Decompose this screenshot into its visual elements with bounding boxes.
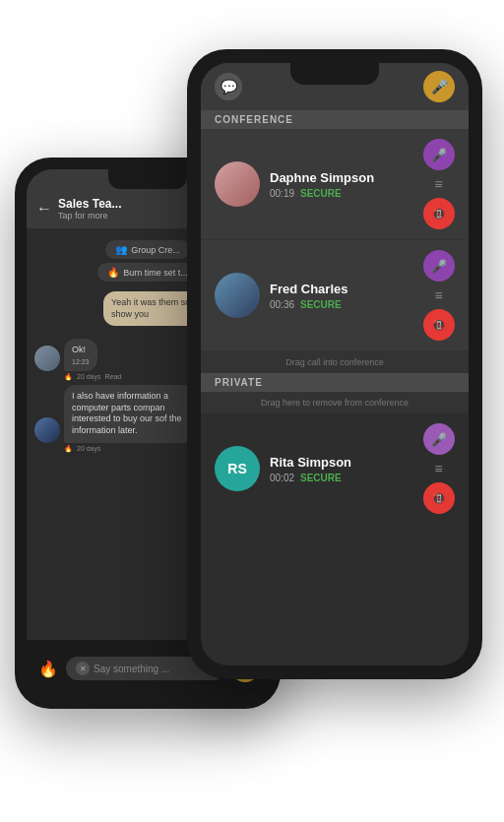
participant-sub-rita: 00:02 SECURE	[270, 473, 413, 483]
timer-rita: 00:02	[270, 473, 294, 483]
days-text-1: 20 days	[77, 373, 101, 381]
participant-name-daphne: Daphne Simpson	[270, 170, 413, 185]
menu-icon-daphne[interactable]: ≡	[434, 176, 443, 192]
participant-info-rita: Rita Simpson 00:02 SECURE	[270, 455, 413, 483]
end-button-daphne[interactable]: 📵	[423, 198, 455, 229]
clear-button[interactable]: ✕	[76, 662, 90, 675]
timer-fred: 00:36	[270, 299, 294, 310]
days-text-2: 20 days	[77, 445, 101, 453]
participant-row-fred: Fred Charles 00:36 SECURE 🎤 ≡ 📵	[201, 240, 469, 351]
participant-name-rita: Rita Simpson	[270, 455, 413, 470]
participant-info-daphne: Daphne Simpson 00:19 SECURE	[270, 170, 413, 199]
menu-icon-fred[interactable]: ≡	[434, 287, 443, 303]
avatar-rita: RS	[215, 446, 260, 491]
conf-notch	[290, 63, 379, 85]
group-pill-text: Group Cre...	[131, 245, 180, 255]
avatar-initials-rita: RS	[227, 461, 246, 476]
secure-daphne: SECURE	[300, 188, 342, 199]
mute-button-fred[interactable]: 🎤	[423, 250, 455, 282]
message-text-1: Ok!	[72, 345, 90, 356]
burn-text: Burn time set t...	[123, 268, 188, 278]
avatar-left1	[34, 346, 60, 371]
mute-button-rita[interactable]: 🎤	[423, 423, 455, 455]
notch	[108, 169, 187, 189]
conference-phone: 💬 🎤 CONFERENCE Daphne Simpson 00:19 SECU…	[187, 49, 482, 679]
end-button-rita[interactable]: 📵	[423, 482, 455, 514]
menu-icon-rita[interactable]: ≡	[434, 461, 443, 476]
participant-row-rita: RS Rita Simpson 00:02 SECURE 🎤 ≡ 📵	[201, 413, 469, 524]
participant-actions-fred: 🎤 ≡ 📵	[423, 250, 455, 341]
secure-fred: SECURE	[300, 299, 342, 310]
fire-icon: 🔥	[107, 267, 119, 278]
group-pill: 👥 Group Cre...	[105, 240, 190, 259]
timer-daphne: 00:19	[270, 188, 294, 199]
fire-icon-meta: 🔥	[64, 373, 73, 381]
participant-sub-daphne: 00:19 SECURE	[270, 188, 413, 199]
message-text-2: I also have information a computer parts…	[72, 391, 204, 437]
message-bubble-left-1: Ok! 12:23	[64, 339, 97, 371]
participant-sub-fred: 00:36 SECURE	[270, 299, 413, 310]
avatar-left2	[34, 417, 60, 443]
conference-screen: 💬 🎤 CONFERENCE Daphne Simpson 00:19 SECU…	[201, 63, 469, 665]
conference-section-label: CONFERENCE	[201, 110, 469, 129]
read-status: Read	[105, 373, 122, 381]
drag-hint-private: Drag here to remove from conference	[201, 392, 469, 413]
group-icon: 👥	[115, 244, 127, 255]
participant-name-fred: Fred Charles	[270, 282, 413, 296]
avatar-fred	[215, 273, 260, 318]
message-time-1: 12:23	[72, 358, 90, 365]
back-button[interactable]: ←	[36, 200, 52, 218]
conf-mic-button[interactable]: 🎤	[423, 71, 455, 102]
burn-pill: 🔥 Burn time set t...	[97, 263, 198, 282]
private-section-label: PRIVATE	[201, 373, 469, 392]
mute-button-daphne[interactable]: 🎤	[423, 139, 455, 170]
secure-rita: SECURE	[300, 473, 342, 483]
participant-info-fred: Fred Charles 00:36 SECURE	[270, 282, 413, 310]
participant-actions-rita: 🎤 ≡ 📵	[423, 423, 455, 514]
participant-row-daphne: Daphne Simpson 00:19 SECURE 🎤 ≡ 📵	[201, 129, 469, 240]
participant-actions-daphne: 🎤 ≡ 📵	[423, 139, 455, 229]
end-button-fred[interactable]: 📵	[423, 309, 455, 341]
drag-hint-conference: Drag call into conference	[201, 351, 469, 373]
fire-button[interactable]: 🔥	[36, 657, 60, 680]
avatar-daphne	[215, 161, 260, 207]
app-logo: 💬	[215, 73, 242, 100]
fire-icon-meta2: 🔥	[64, 445, 73, 453]
